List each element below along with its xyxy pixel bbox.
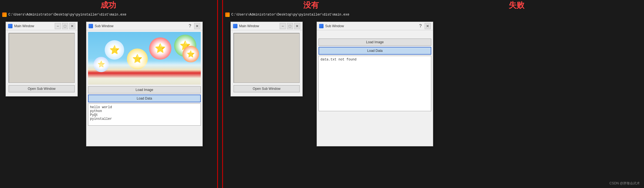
path-icon-right (225, 12, 230, 17)
no-label: 没有 (230, 0, 392, 11)
maximize-btn-left[interactable]: □ (62, 23, 68, 29)
maximize-btn-right[interactable]: □ (287, 23, 293, 29)
close-btn-left[interactable]: ✕ (69, 23, 75, 29)
load-data-btn-success[interactable]: Load Data (88, 95, 201, 102)
sub-titlebar-fail: Sub Window ? ✕ (317, 22, 433, 30)
sub-win-controls-fail: ? ✕ (417, 23, 431, 29)
sub-titlebar-success: Sub Window ? ✕ (86, 22, 202, 30)
minimize-btn-left[interactable]: − (55, 23, 61, 29)
success-label: 成功 (0, 0, 217, 11)
main-content-area-left (9, 33, 75, 83)
close-btn-fail[interactable]: ✕ (425, 23, 431, 29)
sub-title-icon-success (89, 24, 93, 28)
minimize-btn-right[interactable]: − (280, 23, 286, 29)
main-body-right: Open Sub Window (231, 30, 302, 96)
text-line-4: pyinstaller (90, 117, 199, 121)
image-display-success: ⭐ ⭐ ⭐ ⭐ ⭐ ⭐ (88, 32, 201, 85)
main-window-left: Main Window − □ ✕ Open Sub Window (6, 22, 78, 96)
fail-label: 失败 (389, 0, 644, 11)
text-line-1: hello world (90, 105, 199, 109)
sub-title-icon-fail (319, 24, 324, 28)
main-titlebar-left: Main Window − □ ✕ (6, 22, 77, 30)
main-titlebar-right: Main Window − □ ✕ (231, 22, 302, 30)
sub-body-fail: Load Image Load Data data.txt not found (317, 30, 433, 113)
path-text-left: C:\Users\Administrator\Desktop\py\pyinst… (8, 13, 126, 17)
main-title-icon-left (8, 24, 12, 28)
main-window-right: Main Window − □ ✕ Open Sub Window (230, 22, 303, 96)
error-text: data.txt not found (320, 58, 429, 62)
sub-body-success: ⭐ ⭐ ⭐ ⭐ ⭐ ⭐ Load Image Load Data hello w… (86, 30, 202, 127)
divider-2 (222, 0, 223, 188)
main-title-icon-right (233, 24, 237, 28)
main-content-area-right (234, 33, 300, 83)
load-image-btn-fail[interactable]: Load Image (319, 39, 431, 46)
load-image-btn-success[interactable]: Load Image (88, 86, 201, 93)
path-text-right: C:\Users\Administrator\Desktop\py\pyinst… (231, 13, 349, 17)
question-btn-success[interactable]: ? (187, 23, 193, 29)
text-output-fail: data.txt not found (319, 56, 431, 111)
sub-window-success: Sub Window ? ✕ ⭐ ⭐ ⭐ ⭐ ⭐ ⭐ Load Image Lo… (86, 22, 203, 146)
close-btn-success[interactable]: ✕ (194, 23, 200, 29)
sub-title-text-success: Sub Window (95, 24, 185, 28)
text-line-3: PyQt (90, 113, 199, 117)
sub-title-text-fail: Sub Window (325, 24, 416, 28)
text-output-success: hello world python PyQt pyinstaller (88, 103, 201, 126)
watermark: CSDN @胖墩会武术 (609, 181, 640, 186)
path-icon-left (2, 12, 7, 17)
divider-1 (217, 0, 218, 188)
open-sub-window-btn-left[interactable]: Open Sub Window (9, 85, 75, 92)
path-bar-right: C:\Users\Administrator\Desktop\py\pyinst… (223, 11, 644, 19)
load-data-btn-fail[interactable]: Load Data (319, 47, 431, 55)
win-controls-left: − □ ✕ (55, 23, 75, 29)
sub-win-controls-success: ? ✕ (187, 23, 200, 29)
open-sub-window-btn-right[interactable]: Open Sub Window (234, 85, 300, 92)
sub-window-fail: Sub Window ? ✕ Load Image Load Data data… (317, 22, 433, 146)
close-btn-right[interactable]: ✕ (294, 23, 300, 29)
main-body-left: Open Sub Window (6, 30, 77, 96)
question-btn-fail[interactable]: ? (417, 23, 424, 29)
path-bar-left: C:\Users\Administrator\Desktop\py\pyinst… (0, 11, 217, 19)
main-title-text-left: Main Window (14, 24, 53, 28)
main-title-text-right: Main Window (239, 24, 278, 28)
win-controls-right: − □ ✕ (280, 23, 300, 29)
text-line-2: python (90, 109, 199, 113)
